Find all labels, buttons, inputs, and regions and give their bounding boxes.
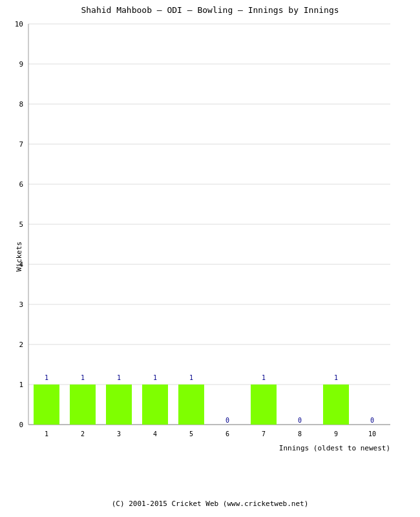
svg-text:6: 6 bbox=[19, 180, 23, 189]
svg-text:0: 0 bbox=[298, 417, 302, 424]
svg-text:3: 3 bbox=[117, 430, 121, 438]
svg-text:8: 8 bbox=[19, 100, 23, 109]
bar-5 bbox=[178, 385, 204, 425]
svg-text:5: 5 bbox=[189, 430, 193, 438]
svg-text:0: 0 bbox=[370, 417, 374, 424]
svg-text:9: 9 bbox=[19, 60, 23, 69]
bar-2 bbox=[70, 385, 96, 425]
svg-text:10: 10 bbox=[368, 430, 376, 438]
svg-text:5: 5 bbox=[19, 220, 23, 229]
bar-9 bbox=[323, 385, 349, 425]
svg-text:1: 1 bbox=[153, 374, 157, 381]
svg-text:0: 0 bbox=[19, 421, 23, 429]
svg-text:4: 4 bbox=[153, 430, 157, 438]
svg-text:7: 7 bbox=[262, 430, 266, 438]
bar-4 bbox=[142, 385, 168, 425]
plot-area: 0 1 2 3 4 5 6 7 8 9 10 1 1 bbox=[28, 24, 406, 450]
svg-text:1: 1 bbox=[189, 374, 193, 381]
bar-3 bbox=[106, 385, 132, 425]
svg-text:0: 0 bbox=[226, 417, 229, 424]
svg-text:2: 2 bbox=[19, 341, 23, 349]
svg-text:1: 1 bbox=[262, 374, 266, 381]
svg-text:4: 4 bbox=[19, 260, 23, 269]
svg-text:7: 7 bbox=[19, 140, 23, 149]
svg-text:8: 8 bbox=[298, 430, 302, 438]
svg-text:2: 2 bbox=[81, 430, 85, 438]
svg-text:1: 1 bbox=[81, 374, 85, 381]
svg-text:1: 1 bbox=[19, 381, 23, 389]
svg-text:6: 6 bbox=[226, 430, 229, 438]
svg-text:10: 10 bbox=[15, 20, 23, 28]
svg-text:3: 3 bbox=[19, 301, 23, 309]
svg-text:1: 1 bbox=[334, 374, 338, 381]
bar-7 bbox=[251, 385, 277, 425]
chart-title: Shahid Mahboob – ODI – Bowling – Innings… bbox=[81, 5, 339, 15]
bar-1 bbox=[34, 385, 59, 425]
svg-text:1: 1 bbox=[45, 374, 48, 381]
svg-text:9: 9 bbox=[334, 430, 338, 438]
footer-text: (C) 2001-2015 Cricket Web (www.cricketwe… bbox=[112, 500, 309, 508]
svg-text:1: 1 bbox=[45, 430, 48, 438]
svg-text:Innings (oldest to newest): Innings (oldest to newest) bbox=[279, 444, 390, 452]
chart-container: Shahid Mahboob – ODI – Bowling – Innings… bbox=[0, 0, 420, 517]
svg-text:1: 1 bbox=[117, 374, 121, 381]
